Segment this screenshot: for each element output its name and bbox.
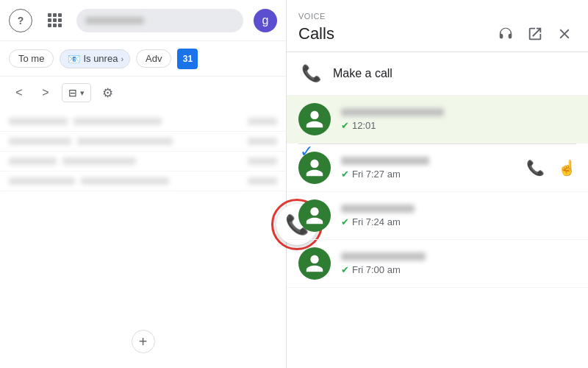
call-time: Fri 7:00 am [352,264,401,275]
contact-avatar [298,152,331,184]
filter-unread-label: Is unrea [83,53,118,64]
grid-icon [48,13,62,27]
external-link-button[interactable] [523,22,547,46]
email-sender [9,158,57,165]
apps-button[interactable] [43,9,66,32]
view-icon: ⊟ [68,87,77,99]
email-time [248,138,277,145]
contact-name [341,108,444,116]
person-icon [304,205,325,226]
prev-button[interactable]: < [9,82,29,103]
contact-name [341,252,426,261]
gear-icon: ⚙ [102,85,113,101]
view-selector[interactable]: ⊟ ▾ [62,83,91,102]
person-icon [304,109,325,130]
call-time: 12:01 [352,120,376,131]
email-sender [9,118,68,125]
close-icon [556,26,573,42]
email-time [248,177,277,185]
call-time-row: ✔ Fri 7:00 am [341,264,576,275]
call-info: ✔ Fri 7:24 am [341,205,576,227]
user-avatar[interactable]: g [254,9,277,32]
call-item[interactable]: ✔ 12:01 [287,96,588,144]
call-check-icon: ✔ [341,216,349,227]
email-subject [77,138,173,145]
contact-avatar [298,247,331,280]
email-subject [74,118,162,125]
email-subject [62,158,136,165]
call-phone-button[interactable]: 📞 [523,156,548,180]
call-cursor-icon: ☝ [558,159,576,177]
filter-is-unread[interactable]: 📧 Is unrea › [60,49,130,68]
help-button[interactable]: ? [9,9,32,32]
next-button[interactable]: > [35,82,56,103]
contact-name [341,205,415,213]
call-info: ✔ Fri 7:27 am [341,157,513,180]
call-list: ✔ 12:01 ✔ Fri 7:27 am 📞 ☝ [287,96,588,368]
call-time-row: ✔ Fri 7:27 am [341,169,513,180]
unread-envelope-icon: 📧 [68,53,80,65]
contact-avatar [298,103,331,135]
calendar-chip[interactable]: 31 [177,49,198,69]
add-button[interactable]: + [132,330,155,353]
call-info: ✔ Fri 7:00 am [341,252,576,275]
contact-name [341,157,429,165]
call-time: Fri 7:24 am [352,216,401,227]
filter-advance[interactable]: Adv [136,49,171,68]
filter-bar: To me 📧 Is unrea › Adv 31 [0,41,286,77]
top-bar: ? g [0,0,286,41]
left-panel: ? g To me 📧 Is unrea › Adv 31 < > ⊟ ▾ [0,0,287,368]
email-row[interactable] [0,112,286,132]
email-subject [81,177,169,185]
email-row[interactable] [0,132,286,152]
make-call-icon: 📞 [301,64,321,83]
call-item[interactable]: ✔ Fri 7:27 am 📞 ☝ [287,144,588,192]
headphones-icon [498,26,514,42]
email-time [248,118,277,125]
email-row[interactable] [0,152,286,171]
search-text [85,17,144,24]
email-time [248,158,277,165]
settings-button[interactable]: ⚙ [97,82,118,103]
close-button[interactable] [553,22,576,46]
chevron-right-icon: › [121,54,123,63]
call-time-row: ✔ 12:01 [341,120,576,131]
person-icon [304,158,325,178]
headphones-button[interactable] [494,22,517,46]
voice-actions [494,22,576,46]
view-arrow: ▾ [80,88,85,98]
voice-header: VOICE Calls [287,0,588,52]
call-time: Fri 7:27 am [352,169,401,180]
email-row[interactable] [0,171,286,191]
email-sender [9,138,71,145]
voice-title-row: Calls [298,22,576,46]
call-check-icon: ✔ [341,264,349,275]
email-sender [9,177,75,185]
external-link-icon [527,26,543,42]
make-call-row[interactable]: 📞 Make a call [287,52,588,96]
person-icon [304,253,325,274]
contact-avatar [298,199,331,232]
toolbar: < > ⊟ ▾ ⚙ [0,77,286,109]
voice-label: VOICE [298,12,576,21]
call-item[interactable]: ✔ Fri 7:24 am [287,192,588,240]
right-panel: VOICE Calls [287,0,588,368]
call-check-icon: ✔ [341,120,349,131]
voice-title: Calls [298,24,334,43]
call-check-icon: ✔ [341,169,349,180]
call-info: ✔ 12:01 [341,108,576,131]
call-item[interactable]: ✔ Fri 7:00 am [287,240,588,288]
call-time-row: ✔ Fri 7:24 am [341,216,576,227]
help-icon: ? [18,15,24,26]
search-bar[interactable] [76,9,243,32]
filter-to-me[interactable]: To me [9,49,54,68]
make-call-label: Make a call [333,67,392,80]
